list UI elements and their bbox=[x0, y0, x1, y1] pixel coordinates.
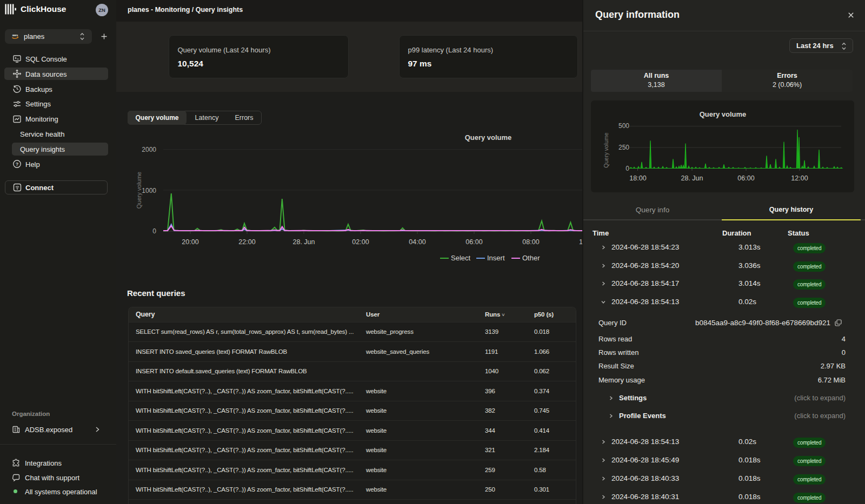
svg-text:?: ? bbox=[16, 162, 19, 167]
svg-text:aws: aws bbox=[12, 34, 18, 37]
